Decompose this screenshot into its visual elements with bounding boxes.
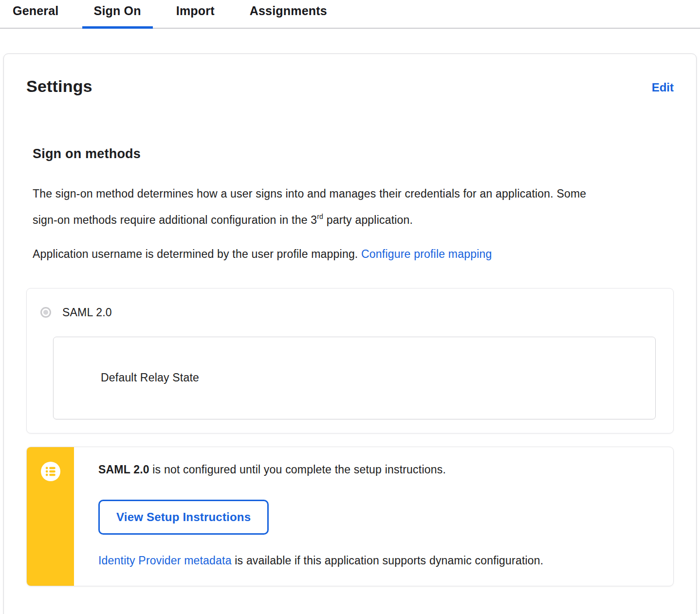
tab-assignments[interactable]: Assignments [238,0,339,28]
sign-on-methods-heading: Sign on methods [33,146,674,162]
view-setup-instructions-button[interactable]: View Setup Instructions [98,500,269,535]
username-mapping-line: Application username is determined by th… [33,242,674,266]
description-text: The sign-on method determines how a user… [33,187,586,226]
tab-bar: General Sign On Import Assignments [0,0,700,29]
settings-card-header: Settings Edit [26,77,674,96]
default-relay-state-field: Default Relay State [53,337,656,419]
saml-method-box: SAML 2.0 Default Relay State [26,288,674,433]
callout-message-strong: SAML 2.0 [98,463,149,476]
sign-on-methods-section: Sign on methods The sign-on method deter… [26,146,674,586]
saml-radio[interactable] [40,307,51,318]
tab-general[interactable]: General [1,0,71,28]
description-text-tail: party application. [323,214,413,226]
default-relay-state-label: Default Relay State [101,371,199,384]
callout-message-text: is not configured until you complete the… [149,463,446,476]
tab-sign-on[interactable]: Sign On [82,0,153,28]
callout-accent-bar [27,447,74,586]
metadata-line: Identity Provider metadata is available … [98,554,654,567]
saml-radio-label: SAML 2.0 [62,306,112,319]
settings-card: Settings Edit Sign on methods The sign-o… [3,54,697,614]
username-mapping-text: Application username is determined by th… [33,248,361,260]
setup-callout: SAML 2.0 is not configured until you com… [26,447,674,586]
callout-message: SAML 2.0 is not configured until you com… [98,463,654,476]
list-icon [41,462,60,586]
identity-provider-metadata-link[interactable]: Identity Provider metadata [98,554,232,567]
edit-link[interactable]: Edit [652,81,674,94]
callout-content: SAML 2.0 is not configured until you com… [74,447,673,586]
settings-title: Settings [26,77,92,96]
ordinal-superscript: rd [317,213,323,220]
metadata-text: is available if this application support… [232,554,544,567]
tab-import[interactable]: Import [165,0,226,28]
saml-radio-row: SAML 2.0 [40,306,658,319]
configure-profile-mapping-link[interactable]: Configure profile mapping [361,248,492,260]
sign-on-description: The sign-on method determines how a user… [33,182,592,232]
